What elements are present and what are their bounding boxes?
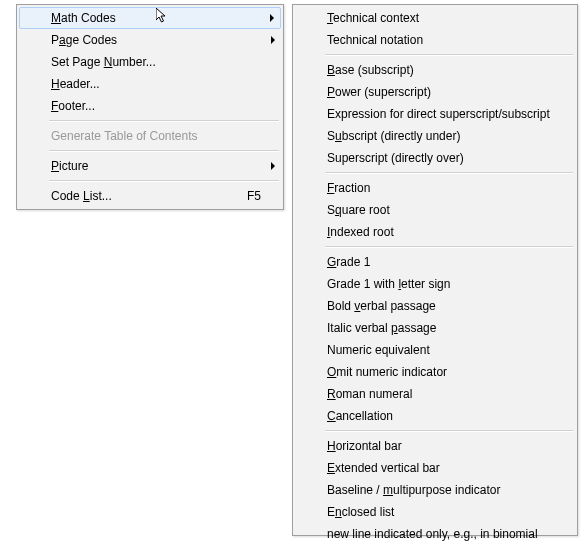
menu-item-footer[interactable]: Footer...	[19, 95, 281, 117]
menu-item-label: Grade 1	[327, 255, 555, 269]
menu-separator	[49, 180, 279, 182]
menu-item-label: Technical context	[327, 11, 555, 25]
menu-item-label: Footer...	[51, 99, 261, 113]
menu-item-grade1-letter[interactable]: Grade 1 with letter sign	[295, 273, 575, 295]
menu-item-picture[interactable]: Picture	[19, 155, 281, 177]
menu-item-label: Indexed root	[327, 225, 555, 239]
menu-item-label: Power (superscript)	[327, 85, 555, 99]
submenu-arrow-icon	[271, 162, 275, 170]
menu-item-indexed-root[interactable]: Indexed root	[295, 221, 575, 243]
menu-item-label: Base (subscript)	[327, 63, 555, 77]
menu-item-accelerator: F5	[247, 189, 261, 203]
menu-item-enclosed-list[interactable]: Enclosed list	[295, 501, 575, 523]
menu-item-label: Code List...	[51, 189, 235, 203]
menu-item-omit-numeric[interactable]: Omit numeric indicator	[295, 361, 575, 383]
menu-item-label: Square root	[327, 203, 555, 217]
menu-item-bold-verbal[interactable]: Bold verbal passage	[295, 295, 575, 317]
menu-item-label: Horizontal bar	[327, 439, 555, 453]
menu-item-label: Baseline / multipurpose indicator	[327, 483, 555, 497]
menu-item-label: Extended vertical bar	[327, 461, 555, 475]
menu-item-label: Page Codes	[51, 33, 261, 47]
parent-context-menu[interactable]: Math CodesPage CodesSet Page Number...He…	[16, 4, 284, 210]
menu-item-label: new line indicated only, e.g., in binomi…	[327, 527, 555, 541]
menu-item-math-codes[interactable]: Math Codes	[19, 7, 281, 29]
menu-item-label: Grade 1 with letter sign	[327, 277, 555, 291]
submenu-arrow-icon	[271, 36, 275, 44]
menu-item-technical-notation[interactable]: Technical notation	[295, 29, 575, 51]
menu-item-label: Cancellation	[327, 409, 555, 423]
menu-item-label: Superscript (directly over)	[327, 151, 555, 165]
menu-item-cancellation[interactable]: Cancellation	[295, 405, 575, 427]
menu-item-label: Omit numeric indicator	[327, 365, 555, 379]
menu-item-label: Bold verbal passage	[327, 299, 555, 313]
menu-separator	[325, 172, 573, 174]
menu-item-label: Generate Table of Contents	[51, 129, 261, 143]
menu-separator	[49, 150, 279, 152]
menu-separator	[325, 430, 573, 432]
menu-item-generate-toc: Generate Table of Contents	[19, 125, 281, 147]
menu-item-code-list[interactable]: Code List...F5	[19, 185, 281, 207]
menu-item-label: Italic verbal passage	[327, 321, 555, 335]
menu-item-baseline-multi[interactable]: Baseline / multipurpose indicator	[295, 479, 575, 501]
menu-separator	[49, 120, 279, 122]
menu-item-power-superscript[interactable]: Power (superscript)	[295, 81, 575, 103]
menu-item-header[interactable]: Header...	[19, 73, 281, 95]
menu-separator	[325, 246, 573, 248]
menu-item-superscript-over[interactable]: Superscript (directly over)	[295, 147, 575, 169]
menu-item-label: Subscript (directly under)	[327, 129, 555, 143]
menu-item-new-line-binom[interactable]: new line indicated only, e.g., in binomi…	[295, 523, 575, 544]
menu-item-label: Picture	[51, 159, 261, 173]
menu-item-subscript-under[interactable]: Subscript (directly under)	[295, 125, 575, 147]
menu-item-grade1[interactable]: Grade 1	[295, 251, 575, 273]
menu-item-numeric-equiv[interactable]: Numeric equivalent	[295, 339, 575, 361]
menu-item-label: Fraction	[327, 181, 555, 195]
menu-item-label: Expression for direct superscript/subscr…	[327, 107, 555, 121]
menu-item-horizontal-bar[interactable]: Horizontal bar	[295, 435, 575, 457]
menu-item-label: Numeric equivalent	[327, 343, 555, 357]
menu-item-base-subscript[interactable]: Base (subscript)	[295, 59, 575, 81]
menu-item-technical-context[interactable]: Technical context	[295, 7, 575, 29]
menu-item-label: Math Codes	[51, 11, 261, 25]
menu-item-set-page-number[interactable]: Set Page Number...	[19, 51, 281, 73]
menu-item-label: Enclosed list	[327, 505, 555, 519]
menu-item-italic-verbal[interactable]: Italic verbal passage	[295, 317, 575, 339]
menu-item-page-codes[interactable]: Page Codes	[19, 29, 281, 51]
menu-item-expression-direct[interactable]: Expression for direct superscript/subscr…	[295, 103, 575, 125]
submenu-arrow-icon	[270, 14, 274, 22]
menu-item-label: Roman numeral	[327, 387, 555, 401]
menu-item-fraction[interactable]: Fraction	[295, 177, 575, 199]
menu-item-label: Set Page Number...	[51, 55, 261, 69]
menu-item-roman-numeral[interactable]: Roman numeral	[295, 383, 575, 405]
menu-item-label: Header...	[51, 77, 261, 91]
menu-item-extended-vbar[interactable]: Extended vertical bar	[295, 457, 575, 479]
menu-item-square-root[interactable]: Square root	[295, 199, 575, 221]
menu-separator	[325, 54, 573, 56]
menu-item-label: Technical notation	[327, 33, 555, 47]
math-codes-submenu[interactable]: Technical contextTechnical notationBase …	[292, 4, 578, 536]
